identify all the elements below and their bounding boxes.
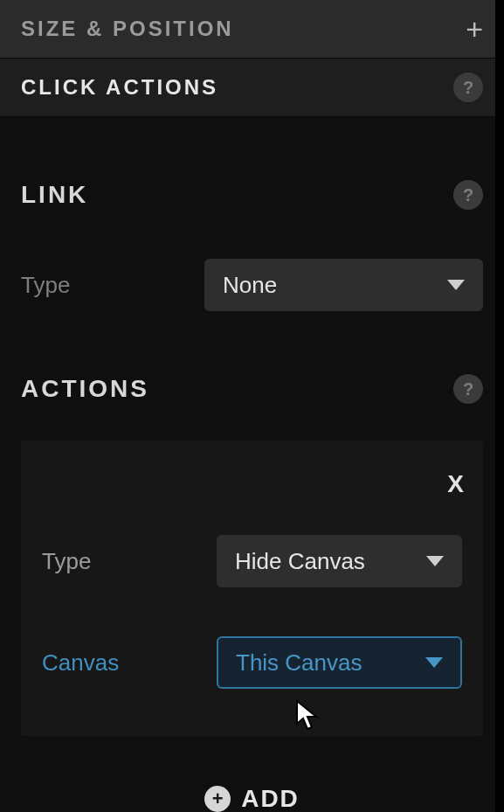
plus-circle-icon: + bbox=[204, 786, 231, 812]
click-actions-title: CLICK ACTIONS bbox=[21, 75, 218, 100]
help-icon[interactable]: ? bbox=[453, 374, 483, 404]
link-type-row: Type None bbox=[21, 259, 483, 311]
action-type-label: Type bbox=[42, 548, 217, 575]
action-canvas-row: Canvas This Canvas bbox=[42, 636, 462, 689]
actions-heading: ACTIONS bbox=[21, 375, 149, 403]
action-canvas-label: Canvas bbox=[42, 649, 217, 677]
chevron-down-icon bbox=[425, 657, 443, 668]
help-icon[interactable]: ? bbox=[453, 73, 483, 102]
link-subheader: LINK ? bbox=[21, 180, 483, 210]
chevron-down-icon bbox=[426, 556, 444, 566]
action-type-value: Hide Canvas bbox=[235, 548, 365, 575]
close-icon[interactable]: X bbox=[447, 470, 464, 498]
link-type-label: Type bbox=[21, 272, 204, 299]
action-canvas-select[interactable]: This Canvas bbox=[217, 636, 462, 689]
size-position-title: SIZE & POSITION bbox=[21, 17, 234, 41]
link-type-value: None bbox=[223, 272, 277, 299]
link-heading: LINK bbox=[21, 181, 88, 209]
click-actions-header[interactable]: CLICK ACTIONS ? bbox=[0, 59, 504, 117]
add-label: ADD bbox=[241, 785, 300, 812]
action-type-select[interactable]: Hide Canvas bbox=[217, 535, 462, 587]
action-type-row: Type Hide Canvas bbox=[42, 535, 462, 587]
add-action-button[interactable]: + ADD bbox=[21, 785, 483, 812]
actions-subheader: ACTIONS ? bbox=[21, 374, 483, 404]
chevron-down-icon bbox=[447, 280, 465, 290]
help-icon[interactable]: ? bbox=[453, 180, 483, 210]
plus-icon[interactable]: + bbox=[466, 14, 483, 44]
size-position-header[interactable]: SIZE & POSITION + bbox=[0, 0, 504, 59]
link-type-select[interactable]: None bbox=[204, 259, 483, 311]
action-canvas-value: This Canvas bbox=[236, 649, 362, 677]
right-edge-strip bbox=[495, 0, 504, 812]
action-card: X Type Hide Canvas Canvas This Canvas bbox=[21, 441, 483, 736]
